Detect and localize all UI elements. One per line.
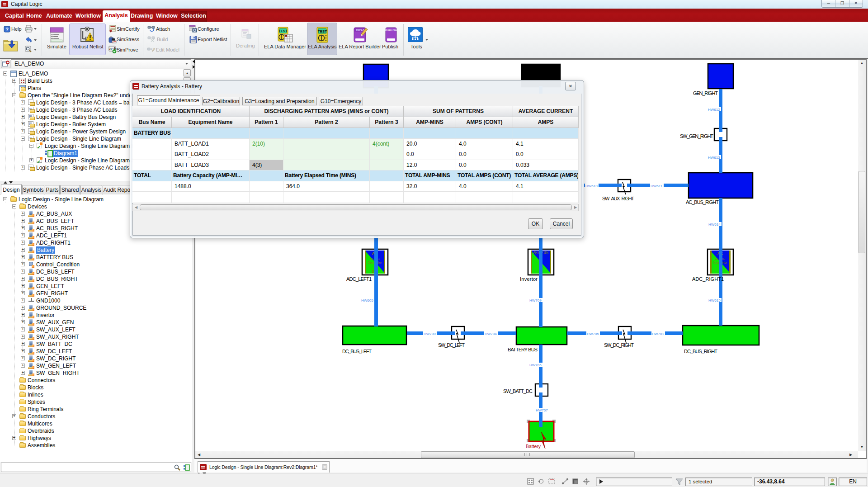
svg-text:SW_DC_RIGHT: SW_DC_RIGHT xyxy=(604,342,634,348)
svg-text:SW_BATT_DC: SW_BATT_DC xyxy=(503,388,533,394)
svg-text:HW605: HW605 xyxy=(361,298,373,303)
svg-text:Battery: Battery xyxy=(526,444,541,449)
svg-text:GEN_RIGHT: GEN_RIGHT xyxy=(693,90,718,96)
svg-text:HW709: HW709 xyxy=(529,298,542,303)
svg-text:TEST: TEST xyxy=(278,29,288,33)
svg-text:HW704: HW704 xyxy=(485,332,497,336)
svg-text:SW_DC_LEFT: SW_DC_LEFT xyxy=(438,342,465,348)
svg-text:SW_AUX_RIGHT: SW_AUX_RIGHT xyxy=(602,196,634,201)
svg-text:DC_BUS_LEFT: DC_BUS_LEFT xyxy=(342,349,372,354)
svg-text:BATTERY BUS: BATTERY BUS xyxy=(508,347,538,352)
svg-text:Invertor: Invertor xyxy=(520,276,538,282)
svg-text:ADC_RIGHT1: ADC_RIGHT1 xyxy=(692,276,724,282)
svg-text:HW615: HW615 xyxy=(708,298,721,303)
svg-text:AC_BUS_RIGHT: AC_BUS_RIGHT xyxy=(686,199,719,205)
svg-text:ADC_LEFT1: ADC_LEFT1 xyxy=(346,276,372,282)
svg-text:HW612: HW612 xyxy=(708,108,720,112)
svg-text:HW613: HW613 xyxy=(708,156,720,160)
svg-text:TMPLX: TMPLX xyxy=(356,28,364,31)
svg-text:HW701: HW701 xyxy=(652,332,664,336)
svg-text:HW707: HW707 xyxy=(536,408,548,412)
svg-text:DC_BUS_RIGHT: DC_BUS_RIGHT xyxy=(684,349,717,354)
svg-text:SW_GEN_RIGHT: SW_GEN_RIGHT xyxy=(680,133,713,139)
svg-text:?: ? xyxy=(5,27,9,32)
svg-text:HW611: HW611 xyxy=(651,184,663,188)
svg-text:TEST: TEST xyxy=(318,29,327,33)
svg-text:HW700: HW700 xyxy=(424,332,436,336)
svg-text:HW610: HW610 xyxy=(585,184,598,188)
svg-text:HW705: HW705 xyxy=(587,332,599,336)
svg-text:HW614: HW614 xyxy=(708,222,721,227)
svg-text:HW706: HW706 xyxy=(529,363,542,367)
svg-text:PUBLISH: PUBLISH xyxy=(385,29,397,32)
